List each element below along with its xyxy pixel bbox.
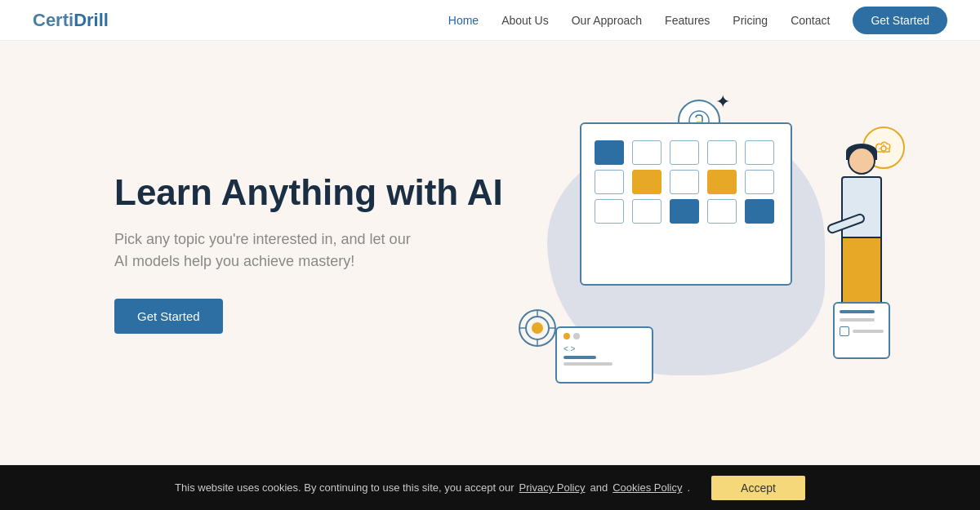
nav-links: Home About Us Our Approach Features Pric… — [448, 7, 947, 34]
list-card — [833, 302, 890, 359]
cookie-message: This website uses cookies. By continuing… — [175, 481, 514, 494]
hero-subheading: Pick any topic you're interested in, and… — [114, 228, 425, 273]
cookies-policy-link[interactable]: Cookies Policy — [612, 481, 682, 494]
nav-link-about[interactable]: About Us — [501, 14, 549, 27]
hero-heading: Learn Anything with AI — [114, 172, 503, 214]
code-window: < > — [555, 326, 653, 384]
nav-link-home[interactable]: Home — [448, 14, 479, 27]
grid-cell — [707, 199, 737, 224]
grid-cell — [670, 140, 699, 165]
grid-cell — [745, 199, 774, 224]
grid-cell — [595, 199, 624, 224]
nav-link-features[interactable]: Features — [665, 14, 710, 27]
grid-cell — [670, 170, 699, 194]
grid-cell — [707, 140, 737, 165]
grid-cell — [745, 140, 774, 165]
hero-text: Learn Anything with AI Pick any topic yo… — [114, 172, 503, 334]
grid-cell — [707, 170, 737, 194]
sparkle-icon: ✦ — [715, 91, 730, 113]
cookie-and-text: and — [590, 481, 608, 494]
grid-cell — [670, 199, 699, 224]
grid-cell — [632, 199, 662, 224]
nav-cta-button[interactable]: Get Started — [853, 7, 947, 34]
hero-section: Learn Anything with AI Pick any topic yo… — [0, 41, 980, 465]
nav-link-contact[interactable]: Contact — [791, 14, 830, 27]
cookie-bar: This website uses cookies. By continuing… — [0, 465, 980, 510]
grid-cell — [632, 140, 662, 165]
grid-cell — [632, 170, 662, 194]
nav-link-pricing[interactable]: Pricing — [733, 14, 768, 27]
grid-cell — [745, 170, 774, 194]
person-arm — [826, 212, 866, 235]
logo[interactable]: CertiDrill — [33, 10, 109, 31]
grid-cell — [595, 170, 624, 194]
svg-point-10 — [532, 323, 542, 333]
person-body — [841, 176, 882, 242]
logo-part1: Certi — [33, 10, 74, 30]
svg-point-1 — [697, 118, 698, 119]
grid-board — [580, 122, 792, 286]
hero-illustration: ✦ — [506, 82, 915, 424]
person-head — [848, 147, 875, 175]
navbar: CertiDrill Home About Us Our Approach Fe… — [0, 0, 980, 41]
privacy-policy-link[interactable]: Privacy Policy — [519, 481, 586, 494]
logo-part2: Drill — [74, 10, 109, 30]
accept-button[interactable]: Accept — [711, 476, 805, 500]
grid-cell — [595, 140, 624, 165]
board-grid — [581, 124, 791, 235]
nav-link-approach[interactable]: Our Approach — [572, 14, 642, 27]
cookie-period: . — [687, 481, 690, 494]
target-icon — [514, 305, 560, 351]
hero-cta-button[interactable]: Get Started — [114, 299, 223, 334]
